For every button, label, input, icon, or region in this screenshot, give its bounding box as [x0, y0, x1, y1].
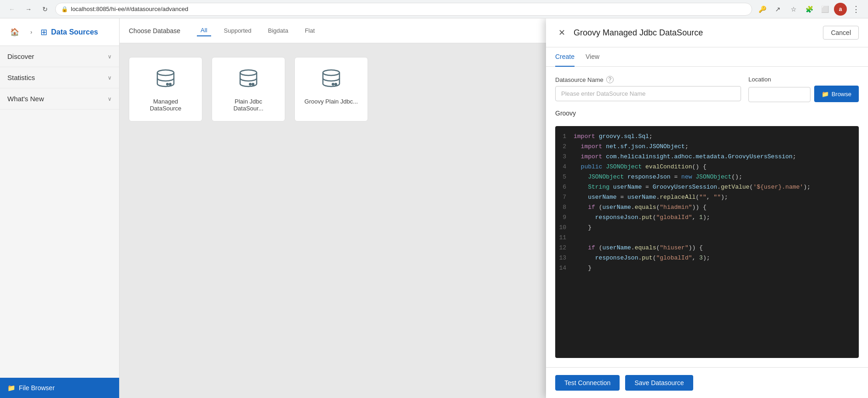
card-label-managed: Managed DataSource [137, 98, 195, 112]
panel-header: ✕ Groovy Managed Jdbc DataSource Cancel [546, 18, 868, 47]
content-area: Choose Database All Supported Bigdata Fl… [120, 18, 868, 398]
address-bar[interactable]: 🔒 localhost:8085/hi-ee/#/datasource/adva… [55, 3, 752, 16]
panel-title: Groovy Managed Jdbc DataSource [574, 28, 817, 38]
sidebar-item-whats-new[interactable]: What's New ∨ [0, 88, 119, 110]
svg-point-7 [332, 83, 334, 86]
datasource-card-managed[interactable]: Managed DataSource [129, 57, 202, 121]
code-editor[interactable]: 1 import groovy.sql.Sql; 2 import net.sf… [555, 126, 859, 358]
filter-flat[interactable]: Flat [301, 25, 319, 36]
home-button[interactable]: 🏠 [7, 25, 22, 40]
code-line-10: 10 } [555, 223, 859, 233]
code-line-8: 8 if (userName.equals("hiadmin")) { [555, 202, 859, 213]
expand-icon-discover: ∨ [108, 53, 112, 60]
browser-toolbar: 🔑 ↗ ☆ 🧩 ⬜ a ⋮ [756, 3, 862, 16]
star-icon-btn[interactable]: ☆ [787, 3, 800, 16]
menu-btn[interactable]: ⋮ [850, 3, 862, 16]
back-button[interactable]: ← [6, 3, 18, 16]
folder-browse-icon: 📁 [822, 91, 829, 98]
filter-supported[interactable]: Supported [220, 25, 255, 36]
panel-tabs: Create View [546, 47, 868, 67]
sidebar: 🏠 › ⊞ Data Sources Discover ∨ Statistics… [0, 18, 120, 398]
datasource-icon: ⊞ [40, 27, 47, 37]
groovy-datasource-panel: ✕ Groovy Managed Jdbc DataSource Cancel … [546, 18, 868, 398]
svg-point-0 [157, 70, 174, 75]
panel-body: Datasource Name ? Location 📁 [546, 67, 868, 367]
location-row: 📁 Browse [748, 86, 859, 102]
sidebar-title: Data Sources [51, 28, 98, 36]
form-group-datasource-name: Datasource Name ? [555, 76, 741, 101]
svg-point-1 [166, 83, 169, 86]
tab-view[interactable]: View [586, 47, 599, 67]
save-datasource-button[interactable]: Save Datasource [625, 375, 693, 391]
sidebar-item-discover[interactable]: Discover ∨ [0, 46, 119, 67]
datasource-name-input[interactable] [555, 86, 741, 101]
svg-point-4 [249, 83, 252, 86]
main-layout: 🏠 › ⊞ Data Sources Discover ∨ Statistics… [0, 18, 868, 398]
file-browser-footer[interactable]: 📁 File Browser [0, 378, 119, 398]
filter-bigdata[interactable]: Bigdata [264, 25, 292, 36]
browser-chrome: ← → ↻ 🔒 localhost:8085/hi-ee/#/datasourc… [0, 0, 868, 18]
panel-close-button[interactable]: ✕ [555, 26, 568, 39]
code-line-14: 14 } [555, 263, 859, 273]
panel-cancel-button[interactable]: Cancel [823, 26, 859, 40]
browse-button[interactable]: 📁 Browse [814, 86, 859, 102]
key-icon-btn[interactable]: 🔑 [756, 3, 769, 16]
code-line-1: 1 import groovy.sql.Sql; [555, 132, 859, 142]
db-icon-plain-jdbc [236, 67, 260, 92]
datasource-name-help[interactable]: ? [606, 76, 614, 83]
split-view-btn[interactable]: ⬜ [818, 3, 831, 16]
svg-point-6 [323, 70, 339, 75]
forward-button[interactable]: → [22, 3, 35, 16]
filter-all[interactable]: All [197, 25, 211, 36]
extensions-icon-btn[interactable]: 🧩 [803, 3, 816, 16]
code-line-12: 12 if (userName.equals("hiuser")) { [555, 243, 859, 253]
tab-create[interactable]: Create [555, 47, 575, 67]
code-line-4: 4 public JSONObject evalCondition() { [555, 162, 859, 172]
reload-button[interactable]: ↻ [39, 3, 52, 16]
expand-icon-whats-new: ∨ [108, 96, 112, 102]
db-icon-groovy-plain [319, 67, 343, 92]
svg-point-5 [252, 83, 254, 86]
svg-point-8 [334, 83, 337, 86]
code-line-6: 6 String userName = GroovyUsersSession.g… [555, 182, 859, 192]
panel-footer: Test Connection Save Datasource [546, 367, 868, 398]
code-line-7: 7 userName = userName.replaceAll("", "")… [555, 192, 859, 202]
profile-avatar[interactable]: a [834, 3, 847, 16]
expand-icon-statistics: ∨ [108, 75, 112, 81]
share-icon-btn[interactable]: ↗ [771, 3, 784, 16]
location-label: Location [748, 76, 859, 83]
code-line-11: 11 [555, 233, 859, 243]
sidebar-header: 🏠 › ⊞ Data Sources [0, 18, 119, 46]
code-line-13: 13 responseJson.put("globalId", 3); [555, 253, 859, 263]
svg-point-2 [169, 83, 172, 86]
card-label-groovy-plain: Groovy Plain Jdbc... [305, 98, 358, 105]
test-connection-button[interactable]: Test Connection [555, 375, 620, 391]
db-icon-managed [154, 67, 178, 92]
breadcrumb-chevron[interactable]: › [26, 27, 37, 38]
code-line-3: 3 import com.helicalinsight.adhoc.metada… [555, 152, 859, 162]
folder-icon: 📁 [7, 384, 15, 392]
sidebar-item-statistics[interactable]: Statistics ∨ [0, 67, 119, 88]
code-line-5: 5 JSONObject responseJson = new JSONObje… [555, 172, 859, 182]
datasource-card-plain-jdbc[interactable]: Plain Jdbc DataSour... [212, 57, 285, 121]
datasource-card-groovy-plain[interactable]: Groovy Plain Jdbc... [294, 57, 368, 121]
form-group-location: Location 📁 Browse [748, 76, 859, 102]
code-line-9: 9 responseJson.put("globalId", 1); [555, 213, 859, 223]
groovy-section-label: Groovy [555, 110, 859, 117]
datasource-name-label: Datasource Name ? [555, 76, 741, 83]
form-row-name-location: Datasource Name ? Location 📁 [555, 76, 859, 102]
svg-point-3 [240, 70, 257, 75]
location-input[interactable] [748, 87, 811, 102]
location-input-wrap [748, 87, 811, 102]
card-label-plain-jdbc: Plain Jdbc DataSour... [219, 98, 277, 112]
code-line-2: 2 import net.sf.json.JSONObject; [555, 142, 859, 152]
